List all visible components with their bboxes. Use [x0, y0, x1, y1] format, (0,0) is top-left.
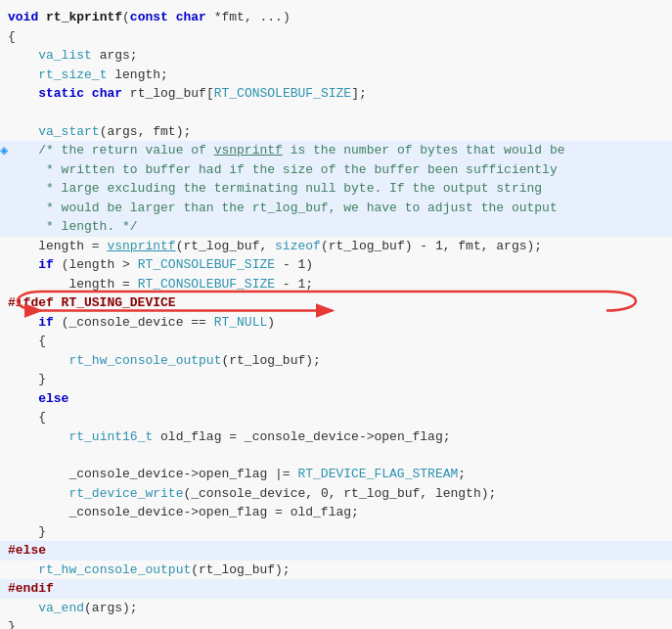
code-text: void rt_kprintf(const char *fmt, ...) [8, 8, 664, 27]
code-container: void rt_kprintf(const char *fmt, ...){ v… [0, 0, 672, 629]
code-text: * length. */ [8, 217, 664, 237]
code-line: ◈ /* the return value of vsnprintf is th… [0, 141, 672, 160]
code-line: rt_hw_console_output(rt_log_buf); [0, 351, 672, 371]
code-text: /* the return value of vsnprintf is the … [8, 141, 664, 160]
code-text: if (length > RT_CONSOLEBUF_SIZE - 1) [8, 255, 664, 275]
code-line: va_start(args, fmt); [0, 122, 672, 142]
code-line: * large excluding the terminating null b… [0, 179, 672, 199]
code-text: { [8, 27, 664, 47]
code-line: #else [0, 541, 672, 561]
code-line: { [0, 27, 672, 47]
code-text: va_start(args, fmt); [8, 122, 664, 142]
code-line [0, 104, 672, 122]
code-line: length = RT_CONSOLEBUF_SIZE - 1; [0, 275, 672, 294]
code-text: static char rt_log_buf[RT_CONSOLEBUF_SIZ… [8, 84, 664, 104]
code-text: va_list args; [8, 46, 664, 66]
code-text: { [8, 332, 664, 351]
code-line: #ifdef RT_USING_DEVICE [0, 293, 672, 313]
code-line: * length. */ [0, 217, 672, 237]
code-line: } [0, 617, 672, 629]
code-line: va_end(args); [0, 599, 672, 618]
code-text: va_end(args); [8, 599, 664, 618]
code-text: rt_hw_console_output(rt_log_buf); [8, 561, 664, 580]
code-line: } [0, 370, 672, 389]
code-text: * large excluding the terminating null b… [8, 179, 664, 199]
code-line: _console_device->open_flag = old_flag; [0, 503, 672, 522]
code-text: rt_uint16_t old_flag = _console_device->… [8, 427, 664, 447]
code-line: { [0, 408, 672, 427]
code-text: length = RT_CONSOLEBUF_SIZE - 1; [8, 275, 664, 294]
code-line: if (length > RT_CONSOLEBUF_SIZE - 1) [0, 255, 672, 275]
code-line: } [0, 522, 672, 542]
code-text: else [8, 389, 664, 409]
code-text: } [8, 370, 664, 389]
code-line: length = vsnprintf(rt_log_buf, sizeof(rt… [0, 237, 672, 256]
code-line: #endif [0, 579, 672, 599]
code-line: rt_hw_console_output(rt_log_buf); [0, 561, 672, 580]
code-line: static char rt_log_buf[RT_CONSOLEBUF_SIZ… [0, 84, 672, 104]
code-line: rt_device_write(_console_device, 0, rt_l… [0, 484, 672, 504]
code-text: rt_hw_console_output(rt_log_buf); [8, 351, 664, 371]
code-line [0, 446, 672, 465]
code-text: _console_device->open_flag = old_flag; [8, 503, 664, 522]
code-text: { [8, 408, 664, 427]
code-line: * would be larger than the rt_log_buf, w… [0, 199, 672, 218]
code-line: { [0, 332, 672, 351]
code-text: if (_console_device == RT_NULL) [8, 313, 664, 333]
code-line: va_list args; [0, 46, 672, 66]
code-text: #else [8, 541, 664, 561]
code-text: _console_device->open_flag |= RT_DEVICE_… [8, 465, 664, 484]
code-text: * would be larger than the rt_log_buf, w… [8, 199, 664, 218]
code-text: #ifdef RT_USING_DEVICE [8, 293, 664, 313]
code-text: #endif [8, 579, 664, 599]
code-line: void rt_kprintf(const char *fmt, ...) [0, 8, 672, 27]
code-text: * written to buffer had if the size of t… [8, 160, 664, 180]
code-text: } [8, 522, 664, 542]
line-arrow-indicator: ◈ [0, 141, 8, 161]
code-text: rt_device_write(_console_device, 0, rt_l… [8, 484, 664, 504]
code-text: rt_size_t length; [8, 66, 664, 85]
code-line: if (_console_device == RT_NULL) [0, 313, 672, 333]
code-line: * written to buffer had if the size of t… [0, 160, 672, 180]
code-line: rt_uint16_t old_flag = _console_device->… [0, 427, 672, 447]
code-line: _console_device->open_flag |= RT_DEVICE_… [0, 465, 672, 484]
code-text: } [8, 617, 664, 629]
code-text: length = vsnprintf(rt_log_buf, sizeof(rt… [8, 237, 664, 256]
code-line: else [0, 389, 672, 409]
code-line: rt_size_t length; [0, 66, 672, 85]
